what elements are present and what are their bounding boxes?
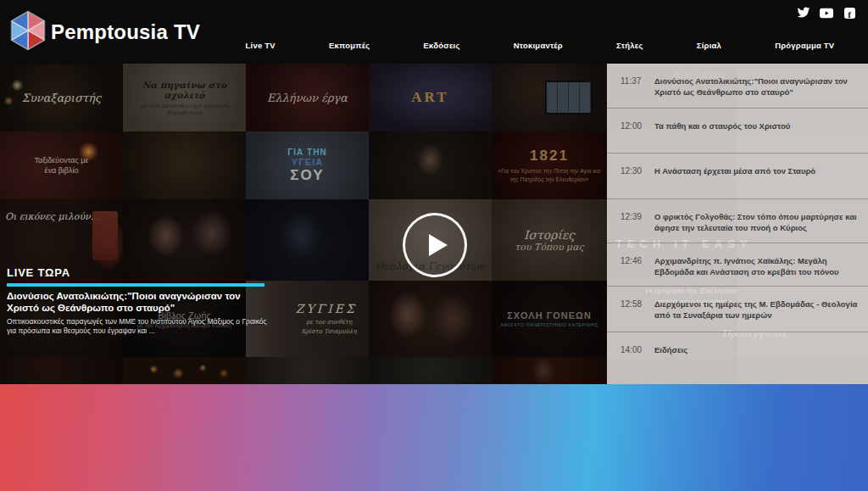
schedule-title: Η Ανάσταση έρχεται μέσα από τον Σταυρό [654, 165, 819, 176]
schedule-time: 11:37 [620, 75, 654, 86]
schedule-time: 12:58 [620, 299, 654, 309]
schedule-time: 12:46 [620, 255, 654, 265]
program-schedule-panel: 11:37 Διονύσιος Ανατολικιώτης:"Ποιοι ανα… [607, 64, 868, 384]
schedule-time: 12:39 [620, 211, 654, 221]
pemptousia-tv-page: Pemptousia TV Live TV Εκπομπές Εκδόσεις … [0, 0, 868, 491]
live-accent-bar [7, 283, 264, 287]
nav-ekdoseis[interactable]: Εκδόσεις [424, 41, 460, 50]
schedule-row[interactable]: 12:58 Διερχόμενοι τις ημέρες της Μ. Εβδο… [607, 287, 868, 332]
footer-gradient-banner [0, 384, 868, 491]
schedule-title: Αρχιμανδρίτης π. Ιγνάτιος Χαϊκάλης: Μεγά… [654, 255, 861, 278]
schedule-row[interactable]: 14:00 Ειδήσεις [607, 332, 868, 380]
play-button[interactable] [403, 213, 467, 277]
schedule-title: Διερχόμενοι τις ημέρες της Μ. Εβδομάδας … [654, 299, 861, 321]
schedule-title: Διονύσιος Ανατολικιώτης:"Ποιοι αναγνώρισ… [654, 75, 861, 98]
schedule-title: Ο φρικτός Γολγοθάς: Στον τόπο όπου μαρτύ… [654, 211, 861, 234]
pemptousia-logo-icon[interactable] [7, 8, 49, 53]
youtube-icon[interactable] [820, 6, 833, 20]
live-program-description: Οπτικοακουστικές παραγωγές των ΜΜΕ του Ι… [7, 317, 268, 336]
brand-title: Pemptousia TV [51, 0, 200, 64]
nav-programma-tv[interactable]: Πρόγραμμα TV [775, 41, 834, 50]
schedule-row[interactable]: 12:39 Ο φρικτός Γολγοθάς: Στον τόπο όπου… [607, 199, 868, 243]
nav-sirial[interactable]: Σίριαλ [697, 41, 721, 50]
schedule-row[interactable]: 11:37 Διονύσιος Ανατολικιώτης:"Ποιοι ανα… [607, 64, 868, 109]
schedule-title: Τα πάθη και ο σταυρός του Χριστού [654, 120, 793, 131]
schedule-time: 12:00 [620, 120, 654, 131]
schedule-row[interactable]: 12:00 Τα πάθη και ο σταυρός του Χριστού [607, 109, 868, 153]
main-nav: Live TV Εκπομπές Εκδόσεις Ντοκιμαντέρ Στ… [219, 36, 861, 54]
nav-ekpompes[interactable]: Εκπομπές [329, 41, 370, 50]
social-links: f [797, 6, 856, 20]
top-navigation-bar: Pemptousia TV Live TV Εκπομπές Εκδόσεις … [0, 0, 868, 64]
schedule-row[interactable]: 12:46 Αρχιμανδρίτης π. Ιγνάτιος Χαϊκάλης… [607, 243, 868, 287]
facebook-icon[interactable]: f [843, 6, 856, 20]
schedule-title: Ειδήσεις [654, 344, 691, 355]
nav-stiles[interactable]: Στήλες [616, 41, 643, 50]
live-program-title: Διονύσιος Ανατολικιώτης:"Ποιοι αναγνώρισ… [7, 290, 268, 315]
schedule-time: 14:00 [620, 344, 654, 354]
nav-live-tv[interactable]: Live TV [246, 41, 275, 50]
play-icon [429, 234, 448, 256]
nav-ntokimanter[interactable]: Ντοκιμαντέρ [514, 41, 563, 50]
schedule-row[interactable]: 12:30 Η Ανάσταση έρχεται μέσα από τον Στ… [607, 153, 868, 199]
twitter-icon[interactable] [797, 6, 810, 20]
schedule-time: 12:30 [620, 165, 654, 176]
live-now-overlay: LIVE ΤΩΡΑ Διονύσιος Ανατολικιώτης:"Ποιοι… [7, 266, 268, 336]
live-now-badge: LIVE ΤΩΡΑ [7, 266, 268, 279]
